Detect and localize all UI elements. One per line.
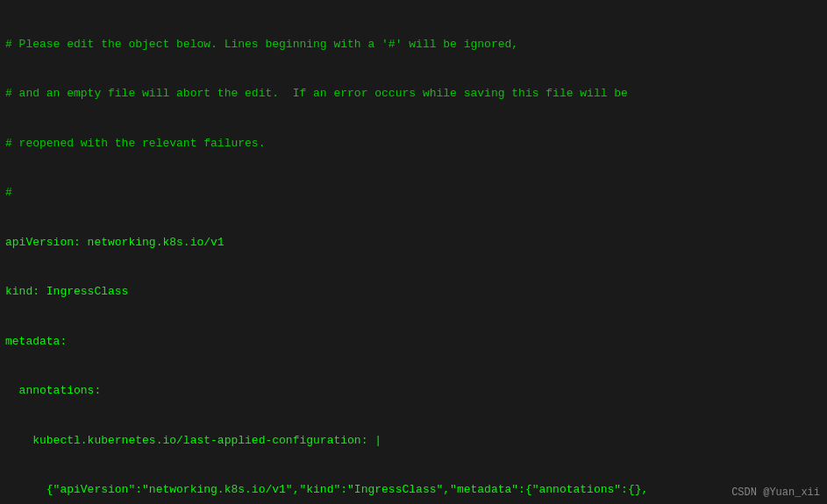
editor-area[interactable]: # Please edit the object below. Lines be… bbox=[0, 0, 827, 504]
watermark: CSDN @Yuan_xii bbox=[731, 486, 820, 499]
line-8: annotations: bbox=[5, 383, 822, 400]
line-2: # and an empty file will abort the edit.… bbox=[5, 86, 822, 103]
line-6: kind: IngressClass bbox=[5, 284, 822, 301]
line-3: # reopened with the relevant failures. bbox=[5, 136, 822, 153]
line-4: # bbox=[5, 185, 822, 202]
line-9: kubectl.kubernetes.io/last-applied-confi… bbox=[5, 433, 822, 450]
line-5: apiVersion: networking.k8s.io/v1 bbox=[5, 235, 822, 252]
line-7: metadata: bbox=[5, 334, 822, 351]
line-1: # Please edit the object below. Lines be… bbox=[5, 37, 822, 53]
line-10: {"apiVersion":"networking.k8s.io/v1","ki… bbox=[5, 482, 822, 499]
